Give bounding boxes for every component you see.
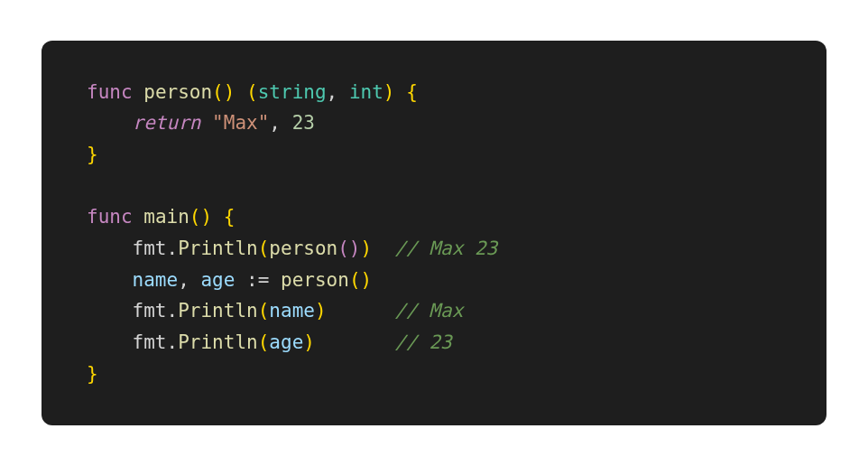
paren: (	[258, 238, 270, 259]
function-call: Println	[178, 238, 258, 259]
function-name: person	[143, 81, 212, 103]
paren: ()	[212, 81, 235, 103]
comment: // Max	[394, 300, 463, 322]
paren: (	[246, 81, 258, 103]
dot: .	[167, 331, 179, 353]
brace: {	[406, 81, 418, 103]
number-literal: 23	[292, 112, 315, 134]
comma: ,	[178, 269, 189, 291]
brace: {	[224, 206, 235, 228]
function-call: Println	[178, 300, 258, 322]
paren: )	[315, 300, 327, 322]
dot: .	[167, 238, 179, 259]
paren: ()	[349, 269, 372, 291]
function-call: person	[281, 269, 349, 291]
assign-operator: :=	[246, 269, 269, 291]
identifier: name	[269, 300, 315, 322]
comma: ,	[327, 81, 338, 103]
comment: // 23	[394, 331, 451, 353]
type-int: int	[349, 81, 383, 103]
comment: // Max 23	[394, 238, 497, 259]
code-line-7: name, age := person()	[87, 265, 781, 296]
identifier: name	[133, 269, 179, 291]
paren: (	[258, 331, 270, 353]
paren: )	[303, 331, 315, 353]
paren: ()	[337, 238, 360, 259]
function-call: person	[269, 238, 337, 259]
code-block: func person() (string, int) { return "Ma…	[42, 41, 826, 425]
code-line-2: return "Max", 23	[87, 107, 781, 139]
brace: }	[87, 363, 98, 385]
code-line-3: }	[87, 139, 781, 171]
keyword-func: func	[87, 206, 133, 228]
function-call: Println	[178, 331, 258, 353]
package: fmt	[133, 300, 167, 322]
paren: )	[361, 238, 373, 259]
string-literal: "Max"	[212, 112, 269, 134]
paren: ()	[189, 206, 212, 228]
code-line-6: fmt.Println(person()) // Max 23	[87, 233, 781, 265]
brace: }	[87, 144, 98, 165]
package: fmt	[133, 238, 167, 259]
identifier: age	[200, 269, 235, 291]
type-string: string	[258, 81, 327, 103]
code-line-1: func person() (string, int) {	[87, 77, 781, 108]
code-line-4	[87, 171, 781, 202]
code-line-5: func main() {	[87, 201, 781, 233]
keyword-return: return	[133, 112, 201, 134]
dot: .	[167, 300, 179, 322]
keyword-func: func	[87, 81, 133, 103]
code-line-8: fmt.Println(name) // Max	[87, 295, 781, 327]
identifier: age	[269, 331, 303, 353]
package: fmt	[133, 331, 167, 353]
paren: )	[383, 81, 395, 103]
paren: (	[258, 300, 270, 322]
comma: ,	[269, 112, 281, 134]
code-line-9: fmt.Println(age) // 23	[87, 327, 781, 359]
function-name: main	[143, 206, 189, 228]
code-line-10: }	[87, 359, 781, 390]
